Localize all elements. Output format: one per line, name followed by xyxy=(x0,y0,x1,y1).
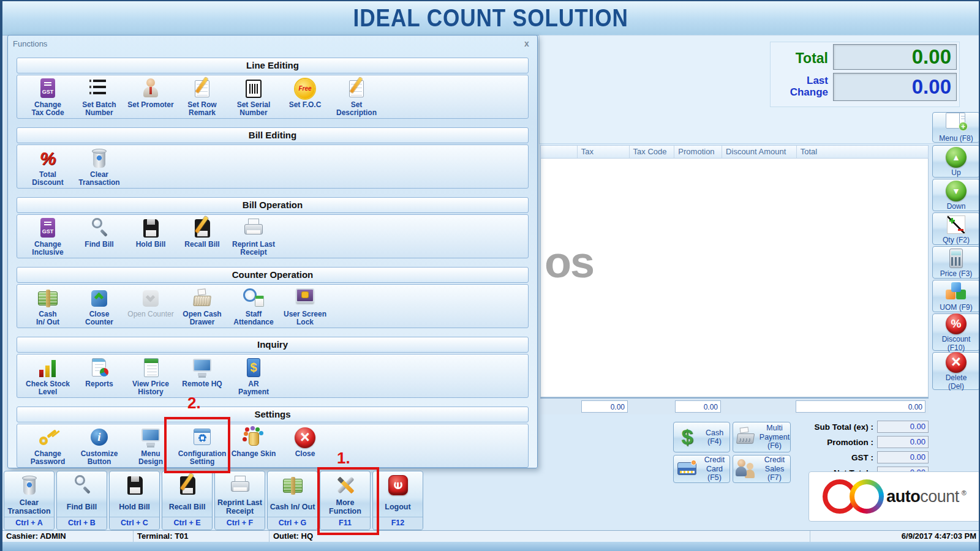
info-icon xyxy=(87,426,111,449)
function-label: Change Tax Code xyxy=(31,101,64,118)
function-reports[interactable]: Reports xyxy=(74,356,125,388)
payment-button-cash-f4[interactable]: Cash (F4) xyxy=(673,422,730,452)
function-set-promoter[interactable]: Set Promoter xyxy=(125,77,176,109)
menu-f8-button[interactable]: Menu (F8) xyxy=(932,112,980,143)
function-set-batch-number[interactable]: Set Batch Number xyxy=(74,77,125,118)
side-button-label: Delete (Del) xyxy=(946,374,967,391)
side-button-up[interactable]: Up xyxy=(932,145,980,178)
function-customize-button[interactable]: Customize Button xyxy=(74,426,125,467)
function-label: Open Counter xyxy=(127,310,173,318)
monitor-icon xyxy=(138,426,163,449)
payment-button-credit-card-f5[interactable]: Credit Card (F5) xyxy=(673,455,730,483)
function-remote-hq[interactable]: Remote HQ xyxy=(176,356,228,388)
function-clear-transaction[interactable]: Clear Transaction xyxy=(74,147,125,187)
cash-icon xyxy=(36,287,60,310)
total-label: Total xyxy=(773,51,833,66)
dollar-icon xyxy=(675,425,699,449)
function-set-row-remark[interactable]: Set Row Remark xyxy=(176,77,228,118)
function-label: Reports xyxy=(85,380,113,388)
trash-icon xyxy=(87,147,111,170)
function-change-password[interactable]: Change Password xyxy=(22,426,74,467)
toolbar-button-hold-bill[interactable]: Hold BillCtrl + C xyxy=(109,471,160,530)
toolbar-button-label: Find Bill xyxy=(67,497,97,517)
function-close-counter[interactable]: Close Counter xyxy=(74,287,125,327)
function-user-screen-lock[interactable]: User Screen Lock xyxy=(279,287,331,327)
column-header-total: Total xyxy=(797,146,928,158)
function-label: Check Stock Level xyxy=(26,380,70,397)
bars-icon xyxy=(36,356,60,380)
gst-icon xyxy=(36,77,60,100)
toolbar-button-find-bill[interactable]: Find BillCtrl + B xyxy=(56,471,107,530)
side-button-qty-f2[interactable]: Qty (F2) xyxy=(932,212,980,245)
items-grid-body: os xyxy=(540,159,929,397)
brand-bold: auto xyxy=(886,487,920,506)
toolbar-shortcut: Ctrl + F xyxy=(215,517,265,530)
function-label: Menu Design xyxy=(138,450,163,467)
annotation-box-configuration-setting xyxy=(164,417,230,473)
people-icon xyxy=(734,457,759,481)
summary-field-value: 0.00 xyxy=(877,436,929,448)
docdollar-icon xyxy=(241,356,266,380)
functions-dialog-title: Functions xyxy=(13,39,521,48)
summary-field-value: 0.00 xyxy=(877,451,929,463)
function-check-stock-level[interactable]: Check Stock Level xyxy=(22,356,74,397)
register-icon xyxy=(190,287,214,310)
function-set-description[interactable]: Set Description xyxy=(331,77,382,118)
toolbar-button-label: Cash In/ Out xyxy=(270,497,315,517)
side-button-delete-del[interactable]: Delete (Del) xyxy=(932,352,980,390)
free-icon xyxy=(293,77,317,100)
autocount-logo-rainbow-ring-icon xyxy=(850,479,884,514)
function-change-inclusive[interactable]: Change Inclusive xyxy=(22,217,74,257)
toolbar-button-reprint-last-receipt[interactable]: Reprint Last ReceiptCtrl + F xyxy=(214,471,265,530)
column-header-blank xyxy=(541,146,578,158)
payment-button-credit-sales-f7[interactable]: Credit Sales (F7) xyxy=(733,455,791,483)
function-ar-payment[interactable]: AR Payment xyxy=(228,356,279,397)
redx-icon xyxy=(293,426,317,449)
payment-button-multi-payment-f6[interactable]: Multi Payment (F6) xyxy=(733,422,791,452)
section-title: Settings xyxy=(17,407,529,422)
toolbar-button-cash-in-out[interactable]: Cash In/ OutCtrl + G xyxy=(267,471,318,530)
function-total-discount[interactable]: Total Discount xyxy=(22,147,74,187)
side-button-label: Price (F3) xyxy=(940,270,973,279)
function-recall-bill[interactable]: Recall Bill xyxy=(176,217,228,249)
function-label: Close Counter xyxy=(85,310,113,327)
function-label: Set Promoter xyxy=(127,101,173,109)
toolbar-shortcut: Ctrl + C xyxy=(110,517,159,530)
functions-dialog-titlebar: Functions x xyxy=(8,36,537,50)
function-view-price-history[interactable]: View Price History xyxy=(125,356,176,397)
totals-panel: Total 0.00 Last Change 0.00 xyxy=(770,42,960,107)
side-button-down[interactable]: Down xyxy=(932,179,980,211)
section-counter-operation: Counter OperationCash In/ OutClose Count… xyxy=(17,267,529,328)
floppypencil-icon xyxy=(175,474,200,497)
function-open-cash-drawer[interactable]: Open Cash Drawer xyxy=(176,287,228,327)
key-icon xyxy=(36,426,60,449)
function-close[interactable]: Close xyxy=(279,426,331,458)
function-staff-attendance[interactable]: Staff Attendance xyxy=(228,287,279,327)
dialog-close-button[interactable]: x xyxy=(521,39,532,48)
function-change-skin[interactable]: Change Skin xyxy=(228,426,279,458)
function-find-bill[interactable]: Find Bill xyxy=(74,217,125,249)
column-header-discount-amount: Discount Amount xyxy=(722,146,797,158)
section-inquiry: InquiryCheck Stock LevelReportsView Pric… xyxy=(17,337,529,398)
toolbar-button-recall-bill[interactable]: Recall BillCtrl + E xyxy=(162,471,213,530)
function-set-f-o-c[interactable]: Set F.O.C xyxy=(279,77,331,109)
toolbar-button-logout[interactable]: LogoutF12 xyxy=(372,471,423,530)
floppypencil-icon xyxy=(190,217,214,240)
function-set-serial-number[interactable]: Set Serial Number xyxy=(228,77,279,118)
side-button-uom-f9[interactable]: UOM (F9) xyxy=(932,280,980,312)
toolbar-button-clear-transaction[interactable]: Clear TransactionCtrl + A xyxy=(4,471,55,530)
grid-summary-row: 0.000.000.00 xyxy=(540,397,929,414)
toolbar-button-label: Logout xyxy=(385,497,410,517)
function-cash-in-out[interactable]: Cash In/ Out xyxy=(22,287,74,327)
floppy-icon xyxy=(138,217,163,240)
toolbar-button-label: Hold Bill xyxy=(119,497,150,517)
toolbar-button-label: Reprint Last Receipt xyxy=(217,497,262,517)
notegreen-icon xyxy=(138,356,163,380)
side-button-discount-f10[interactable]: Discount (F10) xyxy=(932,313,980,351)
report-icon xyxy=(87,356,111,380)
power-icon xyxy=(386,474,410,497)
function-hold-bill[interactable]: Hold Bill xyxy=(125,217,176,249)
side-button-price-f3[interactable]: Price (F3) xyxy=(932,246,980,279)
function-reprint-last-receipt[interactable]: Reprint Last Receipt xyxy=(228,217,279,257)
function-change-tax-code[interactable]: Change Tax Code xyxy=(22,77,74,118)
